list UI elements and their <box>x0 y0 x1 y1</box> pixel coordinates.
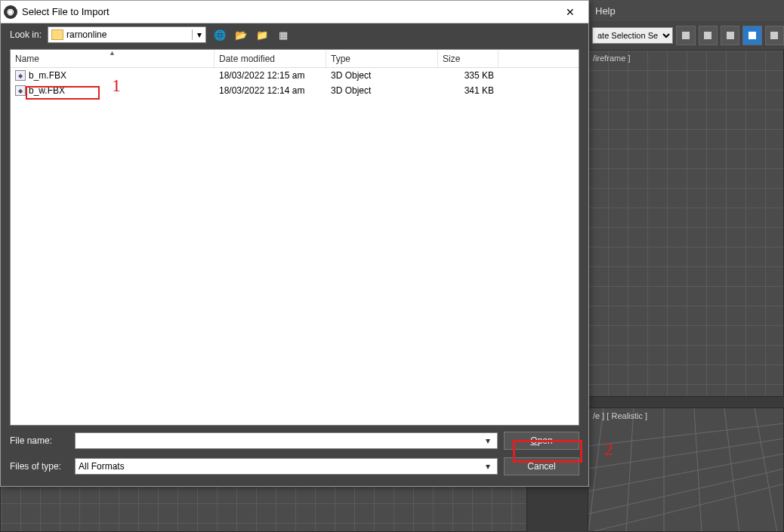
toolbar-button-2[interactable] <box>699 26 718 45</box>
filename-input[interactable]: ▾ <box>75 432 498 449</box>
svg-line-12 <box>626 408 634 531</box>
file-list-header[interactable]: Name ▲ Date modified Type Size <box>11 50 579 68</box>
app-icon: ◉ <box>4 5 17 19</box>
folder-icon <box>51 29 63 40</box>
svg-rect-4 <box>770 32 778 39</box>
app-menubar[interactable]: Help <box>588 0 784 21</box>
svg-line-11 <box>588 408 603 531</box>
viewport-wireframe[interactable]: /ireframe ] <box>588 50 784 397</box>
file-list[interactable]: Name ▲ Date modified Type Size ◆b_m.FBX … <box>10 49 579 426</box>
lookin-row: Look in: rarnonline ▾ 🌐 📂 📁 ▦ <box>1 23 588 46</box>
file-icon: ◆ <box>15 70 26 81</box>
viewport-realistic[interactable]: /e ] [ Realistic ] <box>588 407 784 532</box>
perspective-grid-icon <box>588 408 783 531</box>
dialog-title: Select File to Import <box>22 6 555 17</box>
file-date: 18/03/2022 12:14 am <box>215 85 326 96</box>
file-type: 3D Object <box>326 85 438 96</box>
back-icon[interactable]: 🌐 <box>212 27 227 42</box>
toolbar-button-5[interactable] <box>765 26 784 45</box>
file-list-body[interactable]: ◆b_m.FBX 18/03/2022 12:15 am 3D Object 3… <box>11 68 579 425</box>
svg-rect-2 <box>727 32 734 39</box>
view-menu-icon[interactable]: ▦ <box>276 27 291 42</box>
import-dialog: ◉ Select File to Import ✕ Look in: rarno… <box>0 0 589 487</box>
file-size: 335 KB <box>438 70 498 81</box>
svg-rect-0 <box>682 32 690 39</box>
column-name[interactable]: Name ▲ <box>11 50 215 67</box>
file-row[interactable]: ◆b_w.FBX 18/03/2022 12:14 am 3D Object 3… <box>11 83 579 98</box>
chevron-down-icon[interactable]: ▾ <box>482 461 494 472</box>
lookin-label: Look in: <box>10 29 42 40</box>
svg-line-6 <box>588 423 783 446</box>
selection-set-dropdown[interactable]: ate Selection Se <box>592 27 673 44</box>
svg-line-16 <box>755 408 777 531</box>
viewport-label: /e ] [ Realistic ] <box>593 411 647 420</box>
filetype-label: Files of type: <box>10 461 69 472</box>
chevron-down-icon[interactable]: ▾ <box>482 435 494 446</box>
file-row[interactable]: ◆b_m.FBX 18/03/2022 12:15 am 3D Object 3… <box>11 68 579 83</box>
toolbar-button-3[interactable] <box>721 26 739 45</box>
cancel-button[interactable]: Cancel <box>504 457 579 475</box>
toolbar-button-4[interactable] <box>742 26 761 45</box>
lookin-value: rarnonline <box>66 29 192 40</box>
file-date: 18/03/2022 12:15 am <box>215 70 326 81</box>
toolbar-button-1[interactable] <box>676 26 695 45</box>
svg-line-8 <box>588 454 783 491</box>
chevron-down-icon[interactable]: ▾ <box>192 29 205 40</box>
column-size[interactable]: Size <box>438 50 498 67</box>
open-button[interactable]: Open <box>504 432 579 450</box>
menu-help[interactable]: Help <box>595 5 616 17</box>
filetype-select[interactable]: All Formats ▾ <box>75 458 498 475</box>
up-folder-icon[interactable]: 📂 <box>233 27 248 42</box>
file-size: 341 KB <box>438 85 498 96</box>
app-toolbar: ate Selection Se <box>588 21 784 50</box>
grid-icon <box>588 51 783 396</box>
filename-label: File name: <box>10 435 69 446</box>
viewport-label: /ireframe ] <box>593 54 631 63</box>
svg-line-15 <box>724 408 739 531</box>
new-folder-icon[interactable]: 📁 <box>255 27 270 42</box>
sort-asc-icon: ▲ <box>109 49 116 57</box>
file-name: b_w.FBX <box>29 85 65 96</box>
svg-rect-17 <box>1 484 526 531</box>
titlebar[interactable]: ◉ Select File to Import ✕ <box>1 1 588 23</box>
column-date[interactable]: Date modified <box>215 50 326 67</box>
viewport-bottom[interactable] <box>0 483 527 532</box>
svg-rect-5 <box>588 51 783 396</box>
grid-icon <box>1 484 526 531</box>
file-type: 3D Object <box>326 70 438 81</box>
dialog-bottom: File name: ▾ Open Files of type: All For… <box>1 426 588 486</box>
open-label: pen <box>538 435 553 446</box>
close-button[interactable]: ✕ <box>555 2 585 23</box>
file-name: b_m.FBX <box>29 70 66 81</box>
svg-rect-3 <box>749 32 756 39</box>
column-type[interactable]: Type <box>326 50 438 67</box>
lookin-combo[interactable]: rarnonline ▾ <box>48 26 206 43</box>
svg-rect-1 <box>704 32 711 39</box>
file-icon: ◆ <box>15 85 26 96</box>
